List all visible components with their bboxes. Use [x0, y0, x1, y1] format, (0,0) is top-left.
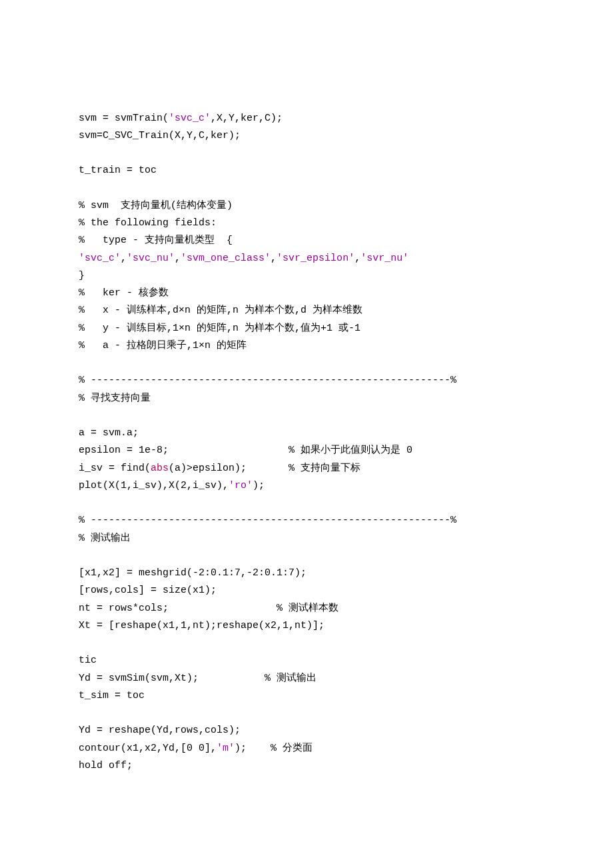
code-text: a = svm.a;	[79, 427, 139, 439]
string-literal: 'svc_nu'	[127, 253, 175, 264]
code-text: (a)>epsilon); % 支持向量下标	[169, 463, 360, 474]
string-literal: 'm'	[217, 743, 235, 754]
code-line: epsilon = 1e-8; % 如果小于此值则认为是 0	[79, 442, 534, 459]
code-text: ); % 分类面	[235, 743, 312, 754]
code-line	[79, 495, 534, 512]
code-text: svm=C_SVC_Train(X,Y,C,ker);	[79, 130, 241, 141]
code-page: svm = svmTrain('svc_c',X,Y,ker,C);svm=C_…	[0, 0, 613, 868]
code-text: [x1,x2] = meshgrid(-2:0.1:7,-2:0.1:7);	[79, 567, 306, 579]
string-literal: 'svm_one_class'	[181, 253, 271, 264]
code-text: nt = rows*cols; % 测试样本数	[79, 603, 338, 614]
code-line: % ker - 核参数	[79, 285, 534, 302]
code-text: );	[253, 480, 265, 491]
code-line: }	[79, 267, 534, 285]
code-line: hold off;	[79, 757, 534, 775]
code-line: a = svm.a;	[79, 425, 534, 442]
code-line	[79, 180, 534, 197]
code-line	[79, 355, 534, 372]
code-line: % the following fields:	[79, 215, 534, 232]
code-text: contour(x1,x2,Yd,[0 0],	[79, 743, 217, 754]
code-text: Xt = [reshape(x1,1,nt);reshape(x2,1,nt)]…	[79, 620, 324, 631]
code-line: % 测试输出	[79, 530, 534, 547]
string-literal: 'ro'	[229, 480, 253, 491]
code-line: % a - 拉格朗日乘子,1×n 的矩阵	[79, 337, 534, 355]
code-text: epsilon = 1e-8; % 如果小于此值则认为是 0	[79, 445, 412, 456]
code-text: ,	[354, 253, 360, 264]
code-text: }	[79, 270, 85, 281]
code-line: Xt = [reshape(x1,1,nt);reshape(x2,1,nt)]…	[79, 617, 534, 635]
code-line	[79, 705, 534, 722]
code-text: hold off;	[79, 760, 133, 771]
code-line: i_sv = find(abs(a)>epsilon); % 支持向量下标	[79, 460, 534, 477]
code-line: % 寻找支持向量	[79, 390, 534, 407]
code-text: % type - 支持向量机类型 {	[79, 235, 233, 246]
code-text: % x - 训练样本,d×n 的矩阵,n 为样本个数,d 为样本维数	[79, 305, 362, 316]
string-literal: 'svc_c'	[169, 113, 211, 124]
code-line: [x1,x2] = meshgrid(-2:0.1:7,-2:0.1:7);	[79, 565, 534, 582]
string-literal: 'svc_c'	[79, 253, 121, 264]
code-line	[79, 635, 534, 652]
function-name: abs	[151, 463, 169, 474]
code-line: t_sim = toc	[79, 687, 534, 705]
code-text: % a - 拉格朗日乘子,1×n 的矩阵	[79, 340, 247, 351]
code-text: plot(X(1,i_sv),X(2,i_sv),	[79, 480, 229, 491]
code-text: % the following fields:	[79, 217, 217, 229]
code-text: svm = svmTrain(	[79, 113, 169, 124]
code-line: svm=C_SVC_Train(X,Y,C,ker);	[79, 127, 534, 145]
code-text: ,	[175, 253, 181, 264]
code-text: ,X,Y,ker,C);	[211, 113, 283, 124]
code-line: t_train = toc	[79, 162, 534, 179]
code-text: % ker - 核参数	[79, 287, 169, 299]
code-line: % type - 支持向量机类型 {	[79, 232, 534, 249]
code-line: contour(x1,x2,Yd,[0 0],'m'); % 分类面	[79, 740, 534, 757]
code-text: [rows,cols] = size(x1);	[79, 585, 217, 596]
code-text: tic	[79, 655, 97, 666]
code-line: 'svc_c','svc_nu','svm_one_class','svr_ep…	[79, 250, 534, 267]
code-line: % y - 训练目标,1×n 的矩阵,n 为样本个数,值为+1 或-1	[79, 320, 534, 337]
code-text: % svm 支持向量机(结构体变量)	[79, 200, 233, 211]
string-literal: 'svr_nu'	[360, 253, 408, 264]
code-text: t_train = toc	[79, 165, 157, 176]
code-line: nt = rows*cols; % 测试样本数	[79, 600, 534, 617]
code-text: ,	[271, 253, 277, 264]
code-line: % --------------------------------------…	[79, 372, 534, 389]
string-literal: 'svr_epsilon'	[277, 253, 354, 264]
code-text: Yd = reshape(Yd,rows,cols);	[79, 725, 241, 736]
code-text: % --------------------------------------…	[79, 515, 456, 526]
code-line	[79, 145, 534, 162]
code-line	[79, 547, 534, 565]
code-line: Yd = svmSim(svm,Xt); % 测试输出	[79, 670, 534, 687]
code-text: % --------------------------------------…	[79, 375, 456, 386]
code-text: t_sim = toc	[79, 690, 145, 701]
code-text: % 寻找支持向量	[79, 393, 151, 404]
code-line: [rows,cols] = size(x1);	[79, 582, 534, 599]
code-line: Yd = reshape(Yd,rows,cols);	[79, 722, 534, 739]
code-line	[79, 407, 534, 425]
code-text: i_sv = find(	[79, 463, 151, 474]
code-line: tic	[79, 652, 534, 669]
matlab-code-block: svm = svmTrain('svc_c',X,Y,ker,C);svm=C_…	[79, 110, 534, 775]
code-text: % 测试输出	[79, 533, 131, 544]
code-text: Yd = svmSim(svm,Xt); % 测试输出	[79, 673, 316, 684]
code-text: ,	[121, 253, 127, 264]
code-text: % y - 训练目标,1×n 的矩阵,n 为样本个数,值为+1 或-1	[79, 323, 360, 334]
code-line: plot(X(1,i_sv),X(2,i_sv),'ro');	[79, 477, 534, 495]
code-line: % x - 训练样本,d×n 的矩阵,n 为样本个数,d 为样本维数	[79, 302, 534, 319]
code-line: svm = svmTrain('svc_c',X,Y,ker,C);	[79, 110, 534, 127]
code-line: % --------------------------------------…	[79, 512, 534, 529]
code-line: % svm 支持向量机(结构体变量)	[79, 197, 534, 215]
